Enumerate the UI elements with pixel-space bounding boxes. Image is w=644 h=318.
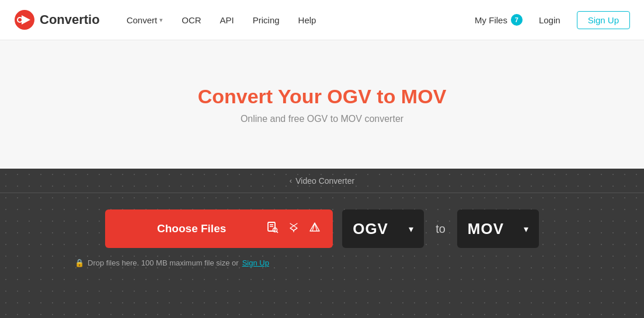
converter-section: ‹ Video Converter Choose Files [0,169,644,318]
nav: Convert ▾ OCR API Pricing Help [119,11,475,30]
hero-section: Convert Your OGV to MOV Online and free … [0,40,644,169]
svg-marker-9 [290,223,297,230]
breadcrumb-bar: ‹ Video Converter [0,169,644,193]
choose-files-label: Choose Files [117,222,266,235]
header: Convertio Convert ▾ OCR API Pricing Help… [0,0,644,40]
to-label: to [433,222,448,236]
drop-info-text: Drop files here. 100 MB maximum file siz… [88,258,239,267]
convert-chevron-icon: ▾ [159,16,163,24]
drop-info-signup-link[interactable]: Sign Up [242,258,269,267]
logo-icon [14,9,35,30]
logo[interactable]: Convertio [14,9,100,30]
svg-point-3 [18,18,22,22]
svg-line-10 [290,228,294,230]
svg-line-11 [294,228,297,230]
choose-files-button[interactable]: Choose Files [105,209,333,248]
target-format-label: MOV [468,220,504,238]
signup-button[interactable]: Sign Up [577,11,630,29]
lock-icon: 🔒 [75,258,84,267]
breadcrumb-text[interactable]: Video Converter [295,176,354,186]
login-button[interactable]: Login [532,12,568,29]
drop-info: 🔒 Drop files here. 100 MB maximum file s… [75,258,269,267]
upload-icons [266,221,321,237]
converter-controls: Choose Files [0,193,644,264]
breadcrumb-chevron-icon: ‹ [290,176,292,185]
header-right: My Files 7 Login Sign Up [475,11,630,29]
nav-api[interactable]: API [212,11,242,30]
target-format-chevron-icon: ▾ [524,223,528,235]
google-drive-icon [308,221,321,237]
source-format-label: OGV [353,220,388,238]
dropbox-icon [287,221,300,237]
my-files-button[interactable]: My Files 7 [475,14,523,26]
source-format-chevron-icon: ▾ [409,223,413,235]
hero-title: Convert Your OGV to MOV [198,85,447,108]
target-format-dropdown[interactable]: MOV ▾ [457,209,539,248]
file-search-icon [266,221,279,237]
hero-subtitle: Online and free OGV to MOV converter [241,114,403,124]
nav-ocr[interactable]: OCR [173,11,209,30]
my-files-badge: 7 [511,14,523,26]
source-format-dropdown[interactable]: OGV ▾ [342,209,424,248]
nav-help[interactable]: Help [290,11,325,30]
nav-pricing[interactable]: Pricing [245,11,288,30]
svg-line-8 [277,231,279,233]
nav-convert[interactable]: Convert ▾ [119,11,172,30]
logo-text: Convertio [40,12,100,27]
